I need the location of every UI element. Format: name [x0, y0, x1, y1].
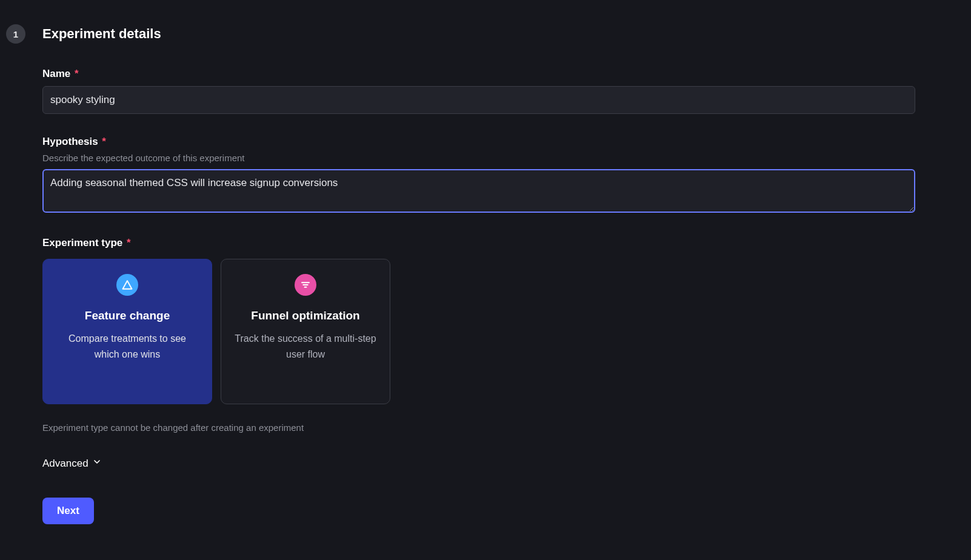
experiment-type-option-funnel-optimization[interactable]: Funnel optimization Track the success of…: [221, 259, 390, 404]
filter-icon: [295, 274, 316, 296]
chevron-down-icon: [92, 457, 102, 470]
card-title: Funnel optimization: [251, 309, 359, 322]
advanced-label: Advanced: [42, 458, 88, 470]
card-title: Feature change: [85, 309, 170, 322]
required-indicator: *: [72, 68, 78, 79]
card-desc: Compare treatments to see which one wins: [55, 331, 199, 362]
hypothesis-textarea[interactable]: Adding seasonal themed CSS will increase…: [42, 169, 915, 213]
required-indicator: *: [124, 237, 130, 248]
name-input[interactable]: [42, 86, 915, 114]
next-button[interactable]: Next: [42, 498, 94, 524]
hypothesis-hint: Describe the expected outcome of this ex…: [42, 153, 915, 163]
required-indicator: *: [99, 136, 106, 147]
name-label: Name *: [42, 68, 79, 80]
experiment-type-label: Experiment type *: [42, 237, 131, 249]
experiment-type-note: Experiment type cannot be changed after …: [42, 422, 915, 433]
triangle-icon: [116, 274, 138, 296]
step-number-badge: 1: [6, 24, 25, 44]
experiment-type-option-feature-change[interactable]: Feature change Compare treatments to see…: [42, 259, 212, 404]
step-title: Experiment details: [42, 26, 161, 42]
advanced-toggle[interactable]: Advanced: [42, 457, 102, 470]
hypothesis-label: Hypothesis *: [42, 136, 106, 148]
card-desc: Track the success of a multi-step user f…: [233, 331, 378, 362]
